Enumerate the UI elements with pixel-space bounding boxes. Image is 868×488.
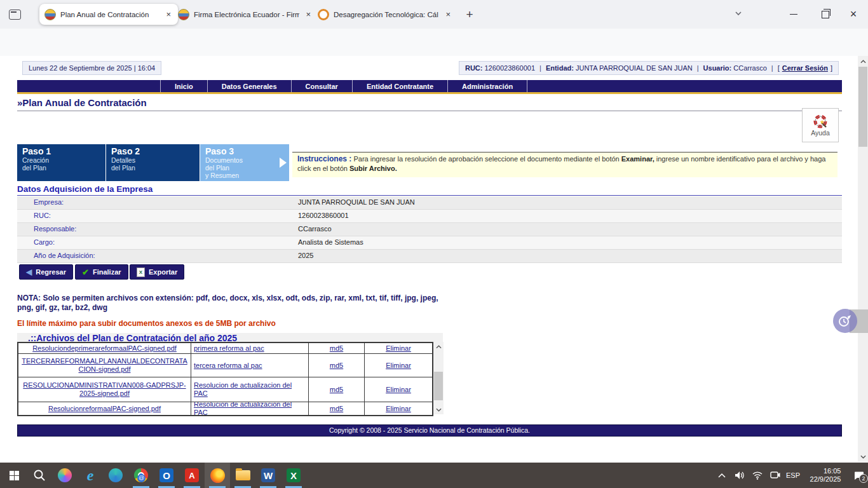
tray-volume-icon[interactable] (731, 463, 749, 488)
nav-separator (527, 80, 527, 92)
taskbar-outlook-button[interactable]: O (154, 463, 179, 488)
taskbar-acrobat-button[interactable]: A (179, 463, 205, 488)
ecuador-crest-favicon (44, 9, 56, 20)
taskbar-edge-button[interactable] (103, 463, 128, 488)
regresar-button[interactable]: ◀ Regresar (19, 264, 73, 280)
separator: | (771, 64, 773, 72)
exportar-button[interactable]: X Exportar (130, 264, 184, 280)
tray-meet-now-icon[interactable] (766, 463, 784, 488)
logout-link[interactable]: Cerrar Sesión (782, 64, 828, 72)
tab-desagregacion[interactable]: Desagregación Tecnológica: Cál × (313, 4, 458, 25)
file-link[interactable]: ResoluciondeprimerareformaalPAC-signed.p… (32, 344, 177, 353)
taskbar-firefox-button[interactable] (205, 463, 230, 488)
start-button[interactable] (1, 463, 27, 488)
bracket: ] (831, 64, 832, 72)
scroll-up-icon[interactable] (433, 342, 444, 351)
scroll-down-icon[interactable] (858, 452, 868, 461)
bracket: [ (778, 64, 780, 72)
back-arrow-icon: ◀ (26, 268, 32, 276)
taskbar-chrome-button[interactable]: @ (128, 463, 154, 488)
chevron-up-icon (718, 473, 726, 478)
nav-consultar[interactable]: Consultar (291, 80, 352, 92)
nav-entidad-contratante[interactable]: Entidad Contratante (352, 80, 447, 92)
taskbar-copilot-button[interactable] (52, 463, 78, 488)
button-label: Finalizar (93, 268, 121, 276)
excel-file-icon: X (137, 268, 145, 277)
separator: | (697, 64, 699, 72)
md5-link[interactable]: md5 (330, 362, 343, 370)
scrollbar-thumb[interactable] (434, 372, 443, 400)
tab-firma-electronica[interactable]: Firma Electrónica Ecuador - Firm × (173, 4, 318, 25)
new-tab-button[interactable]: + (460, 6, 479, 24)
firefox-view-icon[interactable] (9, 10, 21, 20)
file-row: TERCERAREFORMAALPLANANUALDECONTRATACION-… (18, 354, 432, 377)
page-footer: Copyright © 2008 - 2025 Servicio Naciona… (17, 424, 842, 437)
usuario-label: Usuario: (703, 64, 732, 72)
file-link[interactable]: TERCERAREFORMAALPLANANUALDECONTRATACION-… (21, 357, 188, 374)
divider (17, 195, 842, 196)
taskbar-explorer-button[interactable] (230, 463, 255, 488)
window-minimize-button[interactable] (779, 0, 808, 29)
file-row: ResoluciondeprimerareformaalPAC-signed.p… (18, 343, 432, 354)
scroll-up-icon[interactable] (858, 57, 868, 66)
outlook-icon: O (159, 468, 173, 482)
window-restore-button[interactable] (811, 0, 840, 29)
taskbar-ie-button[interactable]: e (78, 463, 103, 488)
step-1[interactable]: Paso 1 Creación del Plan (17, 144, 105, 181)
md5-link[interactable]: md5 (330, 386, 343, 394)
nav-administracion[interactable]: Administración (447, 80, 527, 92)
file-desc-link[interactable]: Resolucion de actualizacion del PAC (194, 402, 306, 415)
file-desc-link[interactable]: primera reforma al pac (194, 344, 264, 353)
tab-plan-anual[interactable]: Plan Anual de Contratación × (39, 4, 178, 25)
files-scrollbar[interactable] (433, 342, 444, 414)
tab-title: Plan Anual de Contratación (60, 11, 159, 18)
file-link[interactable]: ResolucionreformaalPAC-signed.pdf (48, 405, 161, 413)
excel-icon: X (287, 468, 301, 482)
tray-wifi-icon[interactable] (749, 463, 766, 488)
md5-link[interactable]: md5 (330, 344, 343, 353)
floating-timer-widget[interactable] (833, 309, 857, 333)
file-link[interactable]: RESOLUCIONADMINISTRATIVAN008-GADPRSJP-20… (21, 381, 188, 398)
list-all-tabs-icon[interactable] (734, 9, 743, 18)
delete-link[interactable]: Eliminar (386, 344, 411, 353)
tray-clock[interactable]: 16:05 22/9/2025 (804, 463, 846, 488)
taskbar-word-button[interactable]: W (255, 463, 281, 488)
row-label: RUC: (34, 212, 51, 219)
step-2[interactable]: Paso 2 Detalles del Plan (106, 144, 200, 181)
table-row: RUC: 1260023860001 (17, 210, 842, 223)
datetime-text: Lunes 22 de Septiembre de 2025 | 16:04 (29, 64, 155, 72)
window-close-button[interactable]: × (839, 0, 868, 29)
tray-notifications-button[interactable]: 2 (849, 463, 868, 488)
step-line: del Plan (111, 164, 200, 172)
scroll-down-icon[interactable] (433, 405, 444, 414)
page-scrollbar[interactable] (858, 56, 868, 462)
scrollbar-thumb[interactable] (858, 67, 867, 147)
step-line: Detalles (111, 156, 200, 164)
delete-link[interactable]: Eliminar (386, 362, 411, 370)
tab-close-icon[interactable]: × (164, 10, 173, 19)
help-label: Ayuda (811, 129, 830, 137)
row-value: JUNTA PARROQUIAL DE SAN JUAN (298, 198, 415, 206)
md5-link[interactable]: md5 (330, 405, 343, 413)
row-value: 1260023860001 (298, 212, 349, 219)
step-name: Paso 1 (22, 146, 105, 156)
help-button[interactable]: ★ Ayuda (802, 108, 839, 142)
tab-close-icon[interactable]: × (304, 10, 313, 19)
tray-language-indicator[interactable]: ESP (783, 463, 803, 488)
separator: | (539, 64, 541, 72)
delete-link[interactable]: Eliminar (386, 405, 411, 413)
tray-show-hidden-icons[interactable] (713, 463, 731, 488)
tab-close-icon[interactable]: × (444, 10, 452, 19)
file-desc-link[interactable]: Resolucion de actualizacion del PAC (194, 381, 306, 398)
nav-inicio[interactable]: Inicio (160, 80, 207, 92)
delete-link[interactable]: Eliminar (386, 386, 411, 394)
step-3-active[interactable]: Paso 3 Documentos del Plan y Resumen (200, 144, 289, 181)
taskbar-search-button[interactable] (27, 463, 52, 488)
main-nav: Inicio Datos Generales Consultar Entidad… (17, 80, 842, 94)
finalizar-button[interactable]: ✔ Finalizar (75, 264, 128, 280)
web-page: Lunes 22 de Septiembre de 2025 | 16:04 R… (0, 56, 868, 462)
nav-datos-generales[interactable]: Datos Generales (207, 80, 291, 92)
check-icon: ✔ (82, 268, 89, 277)
file-desc-link[interactable]: tercera reforma al pac (194, 362, 262, 370)
taskbar-excel-button[interactable]: X (281, 463, 306, 488)
